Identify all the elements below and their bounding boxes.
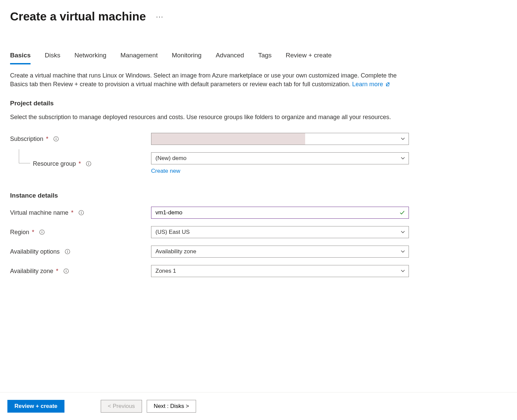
required-indicator: *	[79, 159, 81, 168]
resource-group-label: Resource group *	[10, 159, 151, 168]
availability-zone-label: Availability zone *	[10, 267, 151, 275]
more-options-icon[interactable]: ···	[156, 13, 164, 20]
svg-point-5	[88, 162, 89, 163]
required-indicator: *	[71, 208, 74, 217]
info-icon[interactable]	[64, 249, 70, 255]
tab-networking[interactable]: Networking	[75, 51, 106, 65]
availability-zone-select[interactable]: Zones 1	[151, 265, 409, 277]
page-title: Create a virtual machine	[10, 8, 146, 25]
learn-more-link[interactable]: Learn more	[352, 81, 390, 88]
info-icon[interactable]	[39, 229, 45, 235]
tab-tags[interactable]: Tags	[258, 51, 272, 65]
svg-rect-4	[88, 163, 89, 165]
project-details-desc: Select the subscription to manage deploy…	[10, 113, 399, 121]
create-new-link[interactable]: Create new	[151, 167, 180, 175]
previous-button[interactable]: < Previous	[101, 400, 142, 413]
tab-disks[interactable]: Disks	[45, 51, 60, 65]
subscription-value-masked	[151, 133, 305, 145]
svg-point-11	[42, 231, 42, 231]
tab-advanced[interactable]: Advanced	[216, 51, 244, 65]
svg-point-8	[81, 211, 82, 212]
chevron-down-icon	[401, 269, 405, 273]
footer-bar: Review + create < Previous Next : Disks …	[0, 392, 517, 420]
chevron-down-icon	[401, 137, 405, 141]
vm-name-field-wrapper	[151, 207, 409, 219]
resource-group-select[interactable]: (New) demo	[151, 152, 409, 164]
svg-rect-1	[56, 139, 56, 140]
svg-rect-16	[66, 271, 66, 272]
svg-rect-10	[42, 232, 42, 233]
info-icon[interactable]	[53, 136, 59, 142]
required-indicator: *	[46, 135, 48, 143]
availability-options-select[interactable]: Availability zone	[151, 246, 409, 258]
tabs-bar: Basics Disks Networking Management Monit…	[10, 51, 507, 65]
tab-basics[interactable]: Basics	[10, 51, 31, 65]
region-label: Region *	[10, 228, 151, 237]
external-link-icon	[385, 80, 390, 85]
vm-name-input[interactable]	[151, 207, 409, 218]
vm-name-label: Virtual machine name *	[10, 208, 151, 217]
chevron-down-icon	[401, 156, 405, 161]
next-button[interactable]: Next : Disks >	[147, 400, 196, 413]
intro-text: Create a virtual machine that runs Linux…	[10, 71, 399, 89]
project-details-heading: Project details	[10, 99, 507, 108]
instance-details-heading: Instance details	[10, 191, 507, 200]
tree-connector-icon	[19, 149, 30, 163]
info-icon[interactable]	[78, 210, 84, 216]
review-create-button[interactable]: Review + create	[7, 400, 64, 413]
subscription-label: Subscription *	[10, 135, 151, 143]
info-icon[interactable]	[63, 268, 69, 274]
tab-monitoring[interactable]: Monitoring	[172, 51, 202, 65]
svg-rect-7	[81, 212, 81, 214]
availability-options-label: Availability options	[10, 247, 151, 256]
svg-point-2	[56, 138, 56, 138]
subscription-select[interactable]	[151, 133, 409, 145]
svg-rect-13	[67, 251, 67, 253]
tab-review-create[interactable]: Review + create	[286, 51, 332, 65]
svg-point-17	[66, 270, 66, 270]
check-icon	[399, 210, 405, 216]
region-select[interactable]: (US) East US	[151, 226, 409, 238]
required-indicator: *	[56, 267, 58, 275]
tab-management[interactable]: Management	[121, 51, 158, 65]
chevron-down-icon	[401, 230, 405, 234]
chevron-down-icon	[401, 249, 405, 254]
required-indicator: *	[32, 228, 34, 237]
info-icon[interactable]	[86, 161, 92, 167]
svg-point-14	[67, 250, 68, 251]
